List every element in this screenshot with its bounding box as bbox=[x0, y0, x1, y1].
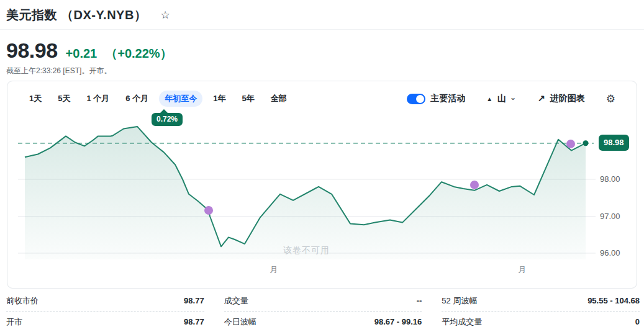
event-marker[interactable] bbox=[470, 181, 479, 189]
stat-avg-volume: 平均成交量 0 bbox=[442, 311, 640, 327]
range-1d[interactable]: 1天 bbox=[24, 91, 47, 107]
range-5y[interactable]: 5年 bbox=[236, 91, 260, 107]
last-price-dot bbox=[583, 140, 589, 146]
current-price-tag: 98.98 bbox=[599, 135, 629, 151]
advanced-chart-label: 进阶图表 bbox=[550, 93, 585, 104]
volume-unavailable-watermark: 该卷不可用 bbox=[283, 245, 330, 256]
range-6m[interactable]: 6 个月 bbox=[120, 91, 154, 107]
chart-type-dropdown[interactable]: ▲ 山 ⌄ bbox=[486, 93, 516, 104]
chart-controls: 主要活动 ▲ 山 ⌄ ↗ 进阶图表 ⚙ bbox=[407, 93, 615, 104]
y-axis-tick: 98.00 bbox=[600, 174, 620, 184]
mountain-chart-icon: ▲ bbox=[486, 96, 492, 102]
stat-52wk-range: 52 周波幅 95.55 - 104.68 bbox=[442, 290, 640, 311]
range-1y[interactable]: 1年 bbox=[207, 91, 231, 107]
chart-card: 1天 5天 1 个月 6 个月 年初至今 1年 5年 全部 主要活动 ▲ 山 ⌄… bbox=[7, 81, 637, 289]
range-selector: 1天 5天 1 个月 6 个月 年初至今 1年 5年 全部 bbox=[24, 91, 293, 107]
expand-icon: ↗ bbox=[537, 93, 545, 104]
current-price: 98.98 bbox=[6, 38, 58, 63]
y-axis-tick: 97.00 bbox=[600, 212, 620, 221]
page-title: 美元指数 （DX-Y.NYB） bbox=[6, 7, 147, 24]
stat-volume: 成交量 -- bbox=[224, 290, 422, 311]
ytd-change-badge: 0.72% bbox=[152, 113, 183, 126]
gear-icon[interactable]: ⚙ bbox=[606, 94, 615, 104]
stat-open: 开市 98.77 bbox=[6, 311, 204, 327]
price-row: 98.98 +0.21 （+0.22%） bbox=[0, 30, 644, 63]
quote-timestamp: 截至上午2:33:26 [EST]。开市。 bbox=[0, 63, 644, 76]
event-marker[interactable] bbox=[566, 140, 575, 148]
chart-type-label: 山 bbox=[497, 93, 506, 104]
chevron-down-icon: ⌄ bbox=[510, 93, 516, 102]
key-events-control: 主要活动 bbox=[407, 93, 465, 104]
toggle-knob bbox=[416, 95, 424, 103]
x-axis-tick: 月 bbox=[270, 264, 278, 275]
stat-previous-close: 前收市价 98.77 bbox=[6, 290, 204, 311]
price-chart-canvas[interactable] bbox=[7, 81, 638, 289]
range-all[interactable]: 全部 bbox=[265, 91, 293, 107]
key-events-toggle[interactable] bbox=[407, 94, 425, 104]
range-ytd[interactable]: 年初至今 bbox=[159, 91, 202, 107]
quote-header: 美元指数 （DX-Y.NYB） ☆ bbox=[0, 0, 644, 30]
key-events-label: 主要活动 bbox=[430, 93, 465, 104]
price-change: +0.21 bbox=[66, 47, 98, 61]
x-axis-tick: 月 bbox=[519, 264, 527, 275]
range-5d[interactable]: 5天 bbox=[52, 91, 76, 107]
stat-day-range: 今日波幅 98.67 - 99.16 bbox=[224, 311, 422, 327]
event-marker[interactable] bbox=[204, 206, 213, 215]
range-1m[interactable]: 1 个月 bbox=[81, 91, 115, 107]
key-stats: 前收市价 98.77 成交量 -- 52 周波幅 95.55 - 104.68 … bbox=[6, 290, 640, 327]
chart-toolbar: 1天 5天 1 个月 6 个月 年初至今 1年 5年 全部 主要活动 ▲ 山 ⌄… bbox=[7, 81, 637, 108]
y-axis-tick: 96.00 bbox=[600, 248, 620, 258]
advanced-chart-button[interactable]: ↗ 进阶图表 bbox=[537, 93, 585, 104]
area-fill bbox=[25, 127, 586, 259]
star-icon[interactable]: ☆ bbox=[160, 10, 170, 20]
price-change-percent: （+0.22%） bbox=[105, 45, 172, 62]
